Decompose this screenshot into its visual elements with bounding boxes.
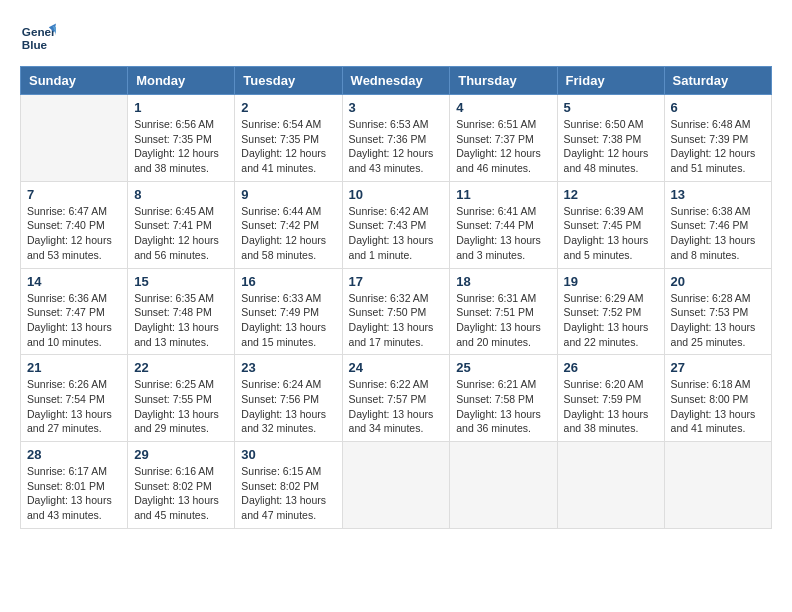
day-number: 28 bbox=[27, 447, 121, 462]
day-number: 12 bbox=[564, 187, 658, 202]
day-info: Sunrise: 6:25 AMSunset: 7:55 PMDaylight:… bbox=[134, 377, 228, 436]
day-info: Sunrise: 6:54 AMSunset: 7:35 PMDaylight:… bbox=[241, 117, 335, 176]
day-number: 21 bbox=[27, 360, 121, 375]
calendar-cell: 17Sunrise: 6:32 AMSunset: 7:50 PMDayligh… bbox=[342, 268, 450, 355]
day-info: Sunrise: 6:47 AMSunset: 7:40 PMDaylight:… bbox=[27, 204, 121, 263]
calendar-cell bbox=[664, 442, 771, 529]
week-row-2: 7Sunrise: 6:47 AMSunset: 7:40 PMDaylight… bbox=[21, 181, 772, 268]
day-number: 18 bbox=[456, 274, 550, 289]
day-info: Sunrise: 6:56 AMSunset: 7:35 PMDaylight:… bbox=[134, 117, 228, 176]
day-number: 3 bbox=[349, 100, 444, 115]
calendar-header-saturday: Saturday bbox=[664, 67, 771, 95]
day-info: Sunrise: 6:22 AMSunset: 7:57 PMDaylight:… bbox=[349, 377, 444, 436]
day-info: Sunrise: 6:44 AMSunset: 7:42 PMDaylight:… bbox=[241, 204, 335, 263]
day-info: Sunrise: 6:38 AMSunset: 7:46 PMDaylight:… bbox=[671, 204, 765, 263]
calendar-cell: 7Sunrise: 6:47 AMSunset: 7:40 PMDaylight… bbox=[21, 181, 128, 268]
day-info: Sunrise: 6:36 AMSunset: 7:47 PMDaylight:… bbox=[27, 291, 121, 350]
calendar-cell: 24Sunrise: 6:22 AMSunset: 7:57 PMDayligh… bbox=[342, 355, 450, 442]
day-info: Sunrise: 6:50 AMSunset: 7:38 PMDaylight:… bbox=[564, 117, 658, 176]
calendar-header-wednesday: Wednesday bbox=[342, 67, 450, 95]
page-header: General Blue bbox=[20, 20, 772, 56]
calendar-cell: 20Sunrise: 6:28 AMSunset: 7:53 PMDayligh… bbox=[664, 268, 771, 355]
day-info: Sunrise: 6:18 AMSunset: 8:00 PMDaylight:… bbox=[671, 377, 765, 436]
day-info: Sunrise: 6:39 AMSunset: 7:45 PMDaylight:… bbox=[564, 204, 658, 263]
calendar-cell: 26Sunrise: 6:20 AMSunset: 7:59 PMDayligh… bbox=[557, 355, 664, 442]
day-number: 1 bbox=[134, 100, 228, 115]
day-number: 14 bbox=[27, 274, 121, 289]
day-info: Sunrise: 6:24 AMSunset: 7:56 PMDaylight:… bbox=[241, 377, 335, 436]
calendar-cell: 15Sunrise: 6:35 AMSunset: 7:48 PMDayligh… bbox=[128, 268, 235, 355]
calendar-cell: 19Sunrise: 6:29 AMSunset: 7:52 PMDayligh… bbox=[557, 268, 664, 355]
calendar-cell: 1Sunrise: 6:56 AMSunset: 7:35 PMDaylight… bbox=[128, 95, 235, 182]
calendar-header-sunday: Sunday bbox=[21, 67, 128, 95]
day-number: 23 bbox=[241, 360, 335, 375]
calendar-cell: 10Sunrise: 6:42 AMSunset: 7:43 PMDayligh… bbox=[342, 181, 450, 268]
week-row-3: 14Sunrise: 6:36 AMSunset: 7:47 PMDayligh… bbox=[21, 268, 772, 355]
calendar-cell: 13Sunrise: 6:38 AMSunset: 7:46 PMDayligh… bbox=[664, 181, 771, 268]
day-info: Sunrise: 6:29 AMSunset: 7:52 PMDaylight:… bbox=[564, 291, 658, 350]
calendar-cell: 11Sunrise: 6:41 AMSunset: 7:44 PMDayligh… bbox=[450, 181, 557, 268]
day-info: Sunrise: 6:15 AMSunset: 8:02 PMDaylight:… bbox=[241, 464, 335, 523]
calendar-cell: 12Sunrise: 6:39 AMSunset: 7:45 PMDayligh… bbox=[557, 181, 664, 268]
day-info: Sunrise: 6:31 AMSunset: 7:51 PMDaylight:… bbox=[456, 291, 550, 350]
calendar-cell: 2Sunrise: 6:54 AMSunset: 7:35 PMDaylight… bbox=[235, 95, 342, 182]
calendar-cell bbox=[557, 442, 664, 529]
calendar-cell: 16Sunrise: 6:33 AMSunset: 7:49 PMDayligh… bbox=[235, 268, 342, 355]
calendar-header-friday: Friday bbox=[557, 67, 664, 95]
calendar-cell: 21Sunrise: 6:26 AMSunset: 7:54 PMDayligh… bbox=[21, 355, 128, 442]
day-info: Sunrise: 6:41 AMSunset: 7:44 PMDaylight:… bbox=[456, 204, 550, 263]
calendar-cell: 4Sunrise: 6:51 AMSunset: 7:37 PMDaylight… bbox=[450, 95, 557, 182]
day-number: 26 bbox=[564, 360, 658, 375]
svg-text:Blue: Blue bbox=[22, 38, 48, 51]
week-row-4: 21Sunrise: 6:26 AMSunset: 7:54 PMDayligh… bbox=[21, 355, 772, 442]
day-number: 4 bbox=[456, 100, 550, 115]
calendar-cell: 27Sunrise: 6:18 AMSunset: 8:00 PMDayligh… bbox=[664, 355, 771, 442]
day-info: Sunrise: 6:17 AMSunset: 8:01 PMDaylight:… bbox=[27, 464, 121, 523]
day-number: 7 bbox=[27, 187, 121, 202]
day-number: 16 bbox=[241, 274, 335, 289]
day-info: Sunrise: 6:20 AMSunset: 7:59 PMDaylight:… bbox=[564, 377, 658, 436]
day-info: Sunrise: 6:45 AMSunset: 7:41 PMDaylight:… bbox=[134, 204, 228, 263]
day-info: Sunrise: 6:28 AMSunset: 7:53 PMDaylight:… bbox=[671, 291, 765, 350]
day-number: 8 bbox=[134, 187, 228, 202]
day-number: 6 bbox=[671, 100, 765, 115]
day-number: 2 bbox=[241, 100, 335, 115]
day-info: Sunrise: 6:32 AMSunset: 7:50 PMDaylight:… bbox=[349, 291, 444, 350]
calendar-table: SundayMondayTuesdayWednesdayThursdayFrid… bbox=[20, 66, 772, 529]
calendar-cell: 3Sunrise: 6:53 AMSunset: 7:36 PMDaylight… bbox=[342, 95, 450, 182]
day-info: Sunrise: 6:48 AMSunset: 7:39 PMDaylight:… bbox=[671, 117, 765, 176]
day-number: 19 bbox=[564, 274, 658, 289]
day-info: Sunrise: 6:33 AMSunset: 7:49 PMDaylight:… bbox=[241, 291, 335, 350]
day-info: Sunrise: 6:51 AMSunset: 7:37 PMDaylight:… bbox=[456, 117, 550, 176]
calendar-header-row: SundayMondayTuesdayWednesdayThursdayFrid… bbox=[21, 67, 772, 95]
day-number: 17 bbox=[349, 274, 444, 289]
calendar-cell: 30Sunrise: 6:15 AMSunset: 8:02 PMDayligh… bbox=[235, 442, 342, 529]
calendar-cell bbox=[450, 442, 557, 529]
calendar-header-thursday: Thursday bbox=[450, 67, 557, 95]
day-info: Sunrise: 6:53 AMSunset: 7:36 PMDaylight:… bbox=[349, 117, 444, 176]
calendar-cell: 5Sunrise: 6:50 AMSunset: 7:38 PMDaylight… bbox=[557, 95, 664, 182]
day-number: 25 bbox=[456, 360, 550, 375]
day-number: 15 bbox=[134, 274, 228, 289]
day-info: Sunrise: 6:26 AMSunset: 7:54 PMDaylight:… bbox=[27, 377, 121, 436]
day-number: 13 bbox=[671, 187, 765, 202]
day-number: 27 bbox=[671, 360, 765, 375]
day-info: Sunrise: 6:35 AMSunset: 7:48 PMDaylight:… bbox=[134, 291, 228, 350]
calendar-header-monday: Monday bbox=[128, 67, 235, 95]
week-row-5: 28Sunrise: 6:17 AMSunset: 8:01 PMDayligh… bbox=[21, 442, 772, 529]
calendar-cell: 18Sunrise: 6:31 AMSunset: 7:51 PMDayligh… bbox=[450, 268, 557, 355]
day-number: 30 bbox=[241, 447, 335, 462]
logo: General Blue bbox=[20, 20, 56, 56]
calendar-cell: 8Sunrise: 6:45 AMSunset: 7:41 PMDaylight… bbox=[128, 181, 235, 268]
calendar-cell bbox=[342, 442, 450, 529]
day-info: Sunrise: 6:21 AMSunset: 7:58 PMDaylight:… bbox=[456, 377, 550, 436]
calendar-cell: 14Sunrise: 6:36 AMSunset: 7:47 PMDayligh… bbox=[21, 268, 128, 355]
calendar-cell: 29Sunrise: 6:16 AMSunset: 8:02 PMDayligh… bbox=[128, 442, 235, 529]
day-number: 9 bbox=[241, 187, 335, 202]
day-number: 20 bbox=[671, 274, 765, 289]
logo-icon: General Blue bbox=[20, 20, 56, 56]
calendar-header-tuesday: Tuesday bbox=[235, 67, 342, 95]
calendar-cell: 28Sunrise: 6:17 AMSunset: 8:01 PMDayligh… bbox=[21, 442, 128, 529]
week-row-1: 1Sunrise: 6:56 AMSunset: 7:35 PMDaylight… bbox=[21, 95, 772, 182]
day-number: 29 bbox=[134, 447, 228, 462]
